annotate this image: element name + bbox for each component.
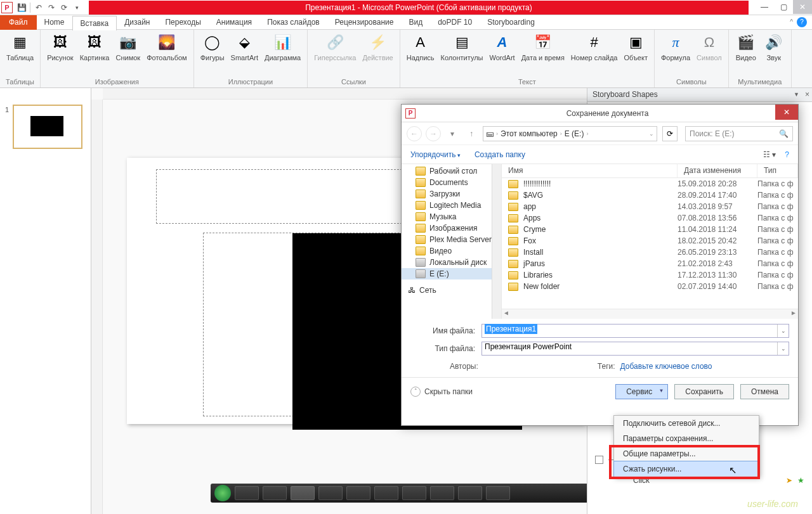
cmd-picture[interactable]: 🖼Рисунок xyxy=(44,31,76,63)
tab-home[interactable]: Home xyxy=(37,15,72,29)
sidepane-dropdown-icon[interactable]: ▼ xyxy=(794,91,799,98)
help-icon[interactable]: ? xyxy=(785,150,789,159)
minimize-button[interactable]: — xyxy=(755,0,774,14)
close-button[interactable]: ✕ xyxy=(793,0,812,14)
folder-icon xyxy=(508,248,518,257)
tree-network[interactable]: 🖧Сеть xyxy=(402,285,501,296)
save-icon[interactable]: 💾 xyxy=(15,1,28,14)
tree-edrive[interactable]: E (E:) xyxy=(402,268,501,279)
repeat-icon[interactable]: ⟳ xyxy=(58,1,70,14)
save-button[interactable]: Сохранить xyxy=(674,384,734,399)
col-date[interactable]: Дата изменения xyxy=(678,164,757,177)
menu-compress-pictures[interactable]: Сжать рисунки... xyxy=(613,461,759,477)
file-row[interactable]: jParus21.02.2018 2:43Папка с ф xyxy=(502,258,798,269)
file-row[interactable]: Apps07.08.2018 13:56Папка с ф xyxy=(502,212,798,224)
cmd-textbox[interactable]: AНадпись xyxy=(404,31,437,63)
cmd-shapes[interactable]: ◯Фигуры xyxy=(198,31,227,63)
chevron-down-icon[interactable]: ⌄ xyxy=(777,324,789,337)
tab-storyboarding[interactable]: Storyboarding xyxy=(480,15,542,29)
minimize-ribbon-icon[interactable]: ^ xyxy=(790,18,793,25)
tab-design[interactable]: Дизайн xyxy=(117,15,157,29)
file-row[interactable]: $AVG28.09.2014 17:40Папка с ф xyxy=(502,190,798,201)
tab-review[interactable]: Рецензирование xyxy=(327,15,402,29)
breadcrumb[interactable]: 🖴 › Этот компьютер › E (E:) › ⌄ xyxy=(483,126,657,141)
maximize-button[interactable]: ▢ xyxy=(774,0,793,14)
organize-button[interactable]: Упорядочить xyxy=(410,150,461,159)
tree-downloads[interactable]: Загрузки xyxy=(402,188,501,200)
file-row[interactable]: Libraries17.12.2013 11:30Папка с ф xyxy=(502,269,798,281)
tree-plex[interactable]: Plex Media Server xyxy=(402,234,501,245)
menu-map-drive[interactable]: Подключить сетевой диск... xyxy=(614,416,759,431)
tab-dopdf[interactable]: doPDF 10 xyxy=(430,15,480,29)
tree-documents[interactable]: Documents xyxy=(402,177,501,188)
tab-view[interactable]: Вид xyxy=(401,15,430,29)
cmd-slidenum[interactable]: #Номер слайда xyxy=(568,31,620,63)
file-row[interactable]: Fox18.02.2015 20:42Папка с ф xyxy=(502,235,798,247)
cmd-headerfooter[interactable]: ▤Колонтитулы xyxy=(438,31,486,63)
add-tag-link[interactable]: Добавьте ключевое слово xyxy=(620,362,712,371)
tab-file[interactable]: Файл xyxy=(0,15,37,30)
tree-localdisk[interactable]: Локальный диск xyxy=(402,257,501,268)
filetype-label: Тип файла: xyxy=(410,344,481,353)
folder-icon xyxy=(508,260,518,268)
tree-music[interactable]: Музыка xyxy=(402,211,501,222)
cmd-clipart[interactable]: 🖼Картинка xyxy=(77,31,112,63)
file-row[interactable]: Cryme11.04.2018 11:24Папка с ф xyxy=(502,224,798,235)
nav-back-button[interactable]: ← xyxy=(407,126,422,141)
qat-customize-icon[interactable]: ▾ xyxy=(70,1,83,14)
tree-pictures[interactable]: Изображения xyxy=(402,222,501,234)
cmd-audio[interactable]: 🔊Звук xyxy=(761,31,787,63)
thumbnail-slide-1[interactable]: 1 xyxy=(5,105,86,149)
redo-icon[interactable]: ↷ xyxy=(45,1,58,14)
hide-folders-toggle[interactable]: ˄ Скрыть папки xyxy=(410,387,473,397)
sidepane-close-icon[interactable]: × xyxy=(805,90,809,99)
file-row[interactable]: New folder02.07.2019 14:40Папка с ф xyxy=(502,281,798,292)
nav-recent-icon[interactable]: ▾ xyxy=(445,126,460,141)
filetype-select[interactable]: Презентация PowerPoint⌄ xyxy=(481,342,789,356)
folder-tree: Рабочий стол Documents Загрузки Logitech… xyxy=(402,164,502,319)
cmd-datetime[interactable]: 📅Дата и время xyxy=(519,31,567,63)
tree-scrollbar[interactable] xyxy=(492,164,501,319)
undo-icon[interactable]: ↶ xyxy=(32,1,45,14)
view-options-icon[interactable]: ☷ ▾ xyxy=(763,150,776,159)
cmd-table[interactable]: ▦Таблица xyxy=(4,31,36,63)
window-title: Презентация1 - Microsoft PowerPoint (Сбо… xyxy=(89,1,749,15)
tree-video[interactable]: Видео xyxy=(402,245,501,257)
file-row[interactable]: !!!!!!!!!!!!!15.09.2018 20:28Папка с ф xyxy=(502,178,798,190)
tree-desktop[interactable]: Рабочий стол xyxy=(402,165,501,177)
tree-logitech[interactable]: Logitech Media xyxy=(402,200,501,211)
tools-button[interactable]: Сервис xyxy=(615,384,668,399)
tab-insert[interactable]: Вставка xyxy=(72,16,117,30)
tab-animation[interactable]: Анимация xyxy=(209,15,259,29)
file-row[interactable]: app14.03.2018 9:57Папка с ф xyxy=(502,201,798,212)
cmd-wordart[interactable]: AWordArt xyxy=(487,31,518,63)
file-row[interactable]: Install26.05.2019 23:13Папка с ф xyxy=(502,247,798,258)
chevron-down-icon[interactable]: ⌄ xyxy=(649,131,654,137)
nav-forward-button[interactable]: → xyxy=(426,126,441,141)
menu-save-options[interactable]: Параметры сохранения... xyxy=(614,431,759,446)
horizontal-scrollbar[interactable] xyxy=(502,309,798,319)
folder-icon xyxy=(508,203,518,211)
refresh-button[interactable]: ⟳ xyxy=(662,126,678,141)
search-input[interactable]: Поиск: E (E:) 🔍 xyxy=(685,126,793,141)
help-icon[interactable]: ? xyxy=(797,17,807,27)
cancel-button[interactable]: Отмена xyxy=(740,384,789,399)
cmd-video[interactable]: 🎬Видео xyxy=(733,31,759,63)
filename-input[interactable]: Презентация1⌄ xyxy=(481,324,789,338)
cmd-equation[interactable]: πФормула xyxy=(658,31,693,63)
cmd-screenshot[interactable]: 📷Снимок xyxy=(113,31,143,63)
tab-transitions[interactable]: Переходы xyxy=(157,15,208,29)
tab-slideshow[interactable]: Показ слайдов xyxy=(259,15,327,29)
cmd-object[interactable]: ▣Объект xyxy=(622,31,650,63)
menu-general-options[interactable]: Общие параметры... xyxy=(614,446,759,461)
cmd-chart[interactable]: 📊Диаграмма xyxy=(262,31,303,63)
drive-icon: 🖴 xyxy=(486,129,494,138)
cmd-smartart[interactable]: ⬙SmartArt xyxy=(228,31,261,63)
nav-up-button[interactable]: ↑ xyxy=(464,126,479,141)
col-type[interactable]: Тип xyxy=(757,164,798,177)
new-folder-button[interactable]: Создать папку xyxy=(475,150,525,159)
cmd-album[interactable]: 🌄Фотоальбом xyxy=(144,31,190,63)
col-name[interactable]: Имя xyxy=(502,164,678,177)
chevron-down-icon[interactable]: ⌄ xyxy=(777,342,789,355)
dialog-close-button[interactable]: ✕ xyxy=(775,105,798,120)
